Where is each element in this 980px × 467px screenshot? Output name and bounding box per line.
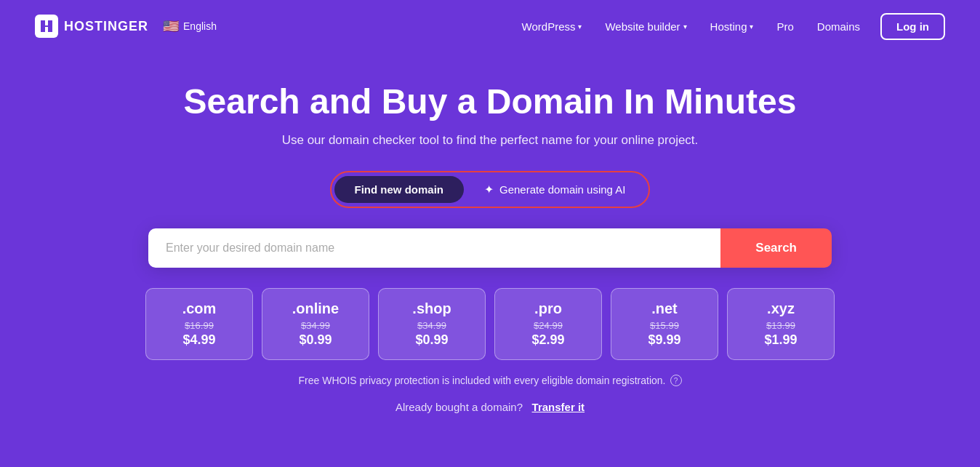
navbar-left: HOSTINGER 🇺🇸 English <box>35 15 217 38</box>
logo-icon <box>35 15 58 38</box>
domain-ext: .shop <box>399 300 465 317</box>
domain-old-price: $13.99 <box>748 320 814 331</box>
sparkle-icon: ✦ <box>484 183 494 196</box>
domain-card-net[interactable]: .net $15.99 $9.99 <box>611 288 718 360</box>
domain-search-bar: Search <box>148 228 832 268</box>
domain-ext: .online <box>283 300 348 317</box>
domain-ext: .com <box>166 300 232 317</box>
domain-old-price: $34.99 <box>399 320 465 331</box>
domain-card-com[interactable]: .com $16.99 $4.99 <box>145 288 253 360</box>
brand-name: HOSTINGER <box>64 19 148 34</box>
tab-find-domain[interactable]: Find new domain <box>334 176 465 203</box>
domain-new-price: $2.99 <box>515 332 581 348</box>
transfer-link[interactable]: Transfer it <box>532 401 585 413</box>
hero-section: Search and Buy a Domain In Minutes Use o… <box>0 52 980 436</box>
transfer-section: Already bought a domain? Transfer it <box>395 401 585 413</box>
nav-item-domains[interactable]: Domains <box>808 15 869 39</box>
domain-ext: .xyz <box>748 300 814 317</box>
domain-new-price: $1.99 <box>748 332 814 348</box>
domain-card-pro[interactable]: .pro $24.99 $2.99 <box>494 288 602 360</box>
hero-title: Search and Buy a Domain In Minutes <box>184 81 797 121</box>
hero-subtitle: Use our domain checker tool to find the … <box>282 133 699 148</box>
domain-search-input[interactable] <box>148 228 720 268</box>
domain-ext: .net <box>632 300 697 317</box>
login-button[interactable]: Log in <box>880 13 945 40</box>
nav-item-hosting[interactable]: Hosting ▾ <box>702 15 763 39</box>
info-icon[interactable]: ? <box>670 375 682 386</box>
domain-old-price: $15.99 <box>632 320 697 331</box>
whois-label: Free WHOIS privacy protection is include… <box>299 375 666 386</box>
logo[interactable]: HOSTINGER <box>35 15 148 38</box>
nav-item-wordpress[interactable]: WordPress ▾ <box>513 15 591 39</box>
navbar-nav: WordPress ▾ Website builder ▾ Hosting ▾ … <box>513 13 945 40</box>
flag-icon: 🇺🇸 <box>163 18 179 34</box>
whois-notice: Free WHOIS privacy protection is include… <box>299 375 682 386</box>
navbar: HOSTINGER 🇺🇸 English WordPress ▾ Website… <box>0 0 980 52</box>
search-button[interactable]: Search <box>720 228 832 268</box>
language-selector[interactable]: 🇺🇸 English <box>163 18 217 34</box>
domain-new-price: $0.99 <box>283 332 348 348</box>
domain-new-price: $4.99 <box>166 332 232 348</box>
transfer-label: Already bought a domain? <box>395 401 523 413</box>
domain-old-price: $34.99 <box>283 320 348 331</box>
domain-ext: .pro <box>515 300 581 317</box>
chevron-down-icon: ▾ <box>750 23 753 31</box>
domain-new-price: $0.99 <box>399 332 465 348</box>
chevron-down-icon: ▾ <box>683 23 687 31</box>
lang-label: English <box>183 20 217 32</box>
domain-old-price: $16.99 <box>166 320 232 331</box>
domain-cards-list: .com $16.99 $4.99 .online $34.99 $0.99 .… <box>145 288 835 360</box>
tab-generate-ai[interactable]: ✦ Generate domain using AI <box>464 175 646 204</box>
chevron-down-icon: ▾ <box>578 23 582 31</box>
domain-old-price: $24.99 <box>515 320 581 331</box>
domain-new-price: $9.99 <box>632 332 697 348</box>
nav-item-website-builder[interactable]: Website builder ▾ <box>596 15 695 39</box>
domain-tabs: Find new domain ✦ Generate domain using … <box>330 171 651 208</box>
nav-item-pro[interactable]: Pro <box>768 15 802 39</box>
domain-card-xyz[interactable]: .xyz $13.99 $1.99 <box>727 288 835 360</box>
domain-card-shop[interactable]: .shop $34.99 $0.99 <box>378 288 486 360</box>
domain-card-online[interactable]: .online $34.99 $0.99 <box>262 288 369 360</box>
